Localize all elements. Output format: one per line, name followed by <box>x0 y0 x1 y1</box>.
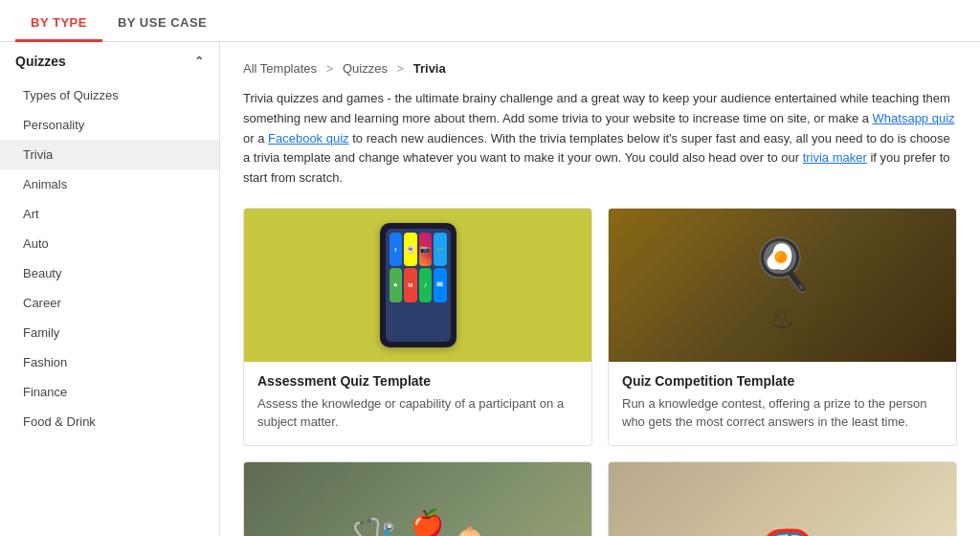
card-assessment-quiz[interactable]: f 👻 📷 🐦 ● M ♪ ✉ As <box>243 208 592 446</box>
card-assessment-quiz-body: Assessment Quiz Template Assess the know… <box>244 362 591 445</box>
trivia-maker-link[interactable]: trivia maker <box>803 150 867 165</box>
card-health-quiz-image: 🩺 🍎 🥦 🧅 <box>244 462 591 536</box>
sidebar-item-types-of-quizzes[interactable]: Types of Quizzes <box>0 80 219 110</box>
chevron-up-icon: ⌃ <box>194 55 204 68</box>
sidebar-section-label: Quizzes <box>15 54 66 69</box>
onion-icon: 🧅 <box>456 525 484 536</box>
card-quiz-competition[interactable]: 🍳 ♨ Quiz Competition Template Run a know… <box>608 208 957 446</box>
sidebar-item-auto[interactable]: Auto <box>0 229 219 258</box>
sidebar: Quizzes ⌃ Types of Quizzes Personality T… <box>0 42 220 536</box>
breadcrumb-sep-2: > <box>397 61 405 76</box>
card-quiz-competition-title: Quiz Competition Template <box>622 373 943 389</box>
app-icon-facebook: f <box>390 233 403 266</box>
apple-icon: 🍎 <box>411 508 444 536</box>
breadcrumb-current: Trivia <box>413 61 446 76</box>
app-icon-spotify: ♪ <box>419 268 433 302</box>
app-icon-messenger: ✉ <box>434 268 447 302</box>
page-description: Trivia quizzes and games - the ultimate … <box>243 89 957 189</box>
card-quiz-competition-image: 🍳 ♨ <box>609 209 956 362</box>
app-icon-gmail: M <box>404 268 417 302</box>
cooking-pot-icon: 🍳 <box>751 235 813 294</box>
card-quiz-competition-body: Quiz Competition Template Run a knowledg… <box>609 362 956 445</box>
breadcrumb: All Templates > Quizzes > Trivia <box>243 61 957 76</box>
card-car-quiz-image: 🚗 <box>609 462 956 536</box>
sidebar-item-food-drink[interactable]: Food & Drink <box>0 407 219 436</box>
sidebar-item-finance[interactable]: Finance <box>0 377 219 407</box>
facebook-link[interactable]: Facebook quiz <box>268 131 349 145</box>
desc-text-mid1: or a <box>243 131 268 145</box>
breadcrumb-quizzes[interactable]: Quizzes <box>343 61 388 76</box>
card-quiz-competition-desc: Run a knowledge contest, offering a priz… <box>622 394 943 432</box>
content-area: All Templates > Quizzes > Trivia Trivia … <box>220 42 980 536</box>
sidebar-item-beauty[interactable]: Beauty <box>0 258 219 288</box>
card-assessment-quiz-title: Assessment Quiz Template <box>257 373 578 389</box>
car-icon: 🚗 <box>741 500 824 536</box>
whatsapp-link[interactable]: Whatsapp quiz <box>873 111 955 125</box>
sidebar-section-quizzes[interactable]: Quizzes ⌃ <box>0 42 219 80</box>
sidebar-item-trivia[interactable]: Trivia <box>0 140 219 169</box>
steam-icon: ♨ <box>769 302 795 335</box>
sidebar-item-family[interactable]: Family <box>0 318 219 347</box>
sidebar-item-personality[interactable]: Personality <box>0 110 219 140</box>
desc-text-before: Trivia quizzes and games - the ultimate … <box>243 91 950 125</box>
card-health-quiz[interactable]: 🩺 🍎 🥦 🧅 Health Quiz Template Test health… <box>243 461 592 536</box>
top-navigation: BY TYPE BY USE CASE <box>0 0 980 42</box>
app-icon-instagram: 📷 <box>419 233 433 266</box>
breadcrumb-all-templates[interactable]: All Templates <box>243 61 317 76</box>
breadcrumb-sep-1: > <box>326 61 334 76</box>
main-layout: Quizzes ⌃ Types of Quizzes Personality T… <box>0 42 980 536</box>
tab-by-use-case[interactable]: BY USE CASE <box>102 6 222 42</box>
stethoscope-icon: 🩺 <box>351 516 399 536</box>
card-assessment-quiz-desc: Assess the knowledge or capability of a … <box>257 394 578 432</box>
phone-mockup: f 👻 📷 🐦 ● M ♪ ✉ <box>380 223 457 347</box>
tab-by-type[interactable]: BY TYPE <box>15 6 102 42</box>
app-icon-chrome: ● <box>390 268 403 302</box>
app-icon-snapchat: 👻 <box>404 233 417 266</box>
cards-grid: f 👻 📷 🐦 ● M ♪ ✉ As <box>243 208 957 536</box>
sidebar-item-art[interactable]: Art <box>0 199 219 229</box>
card-assessment-quiz-image: f 👻 📷 🐦 ● M ♪ ✉ <box>244 209 591 362</box>
app-icon-twitter: 🐦 <box>434 233 447 266</box>
sidebar-item-career[interactable]: Career <box>0 288 219 318</box>
card-car-quiz[interactable]: 🚗 Car Quiz Template Test your knowledge … <box>608 461 957 536</box>
sidebar-item-fashion[interactable]: Fashion <box>0 347 219 377</box>
sidebar-item-animals[interactable]: Animals <box>0 169 219 199</box>
